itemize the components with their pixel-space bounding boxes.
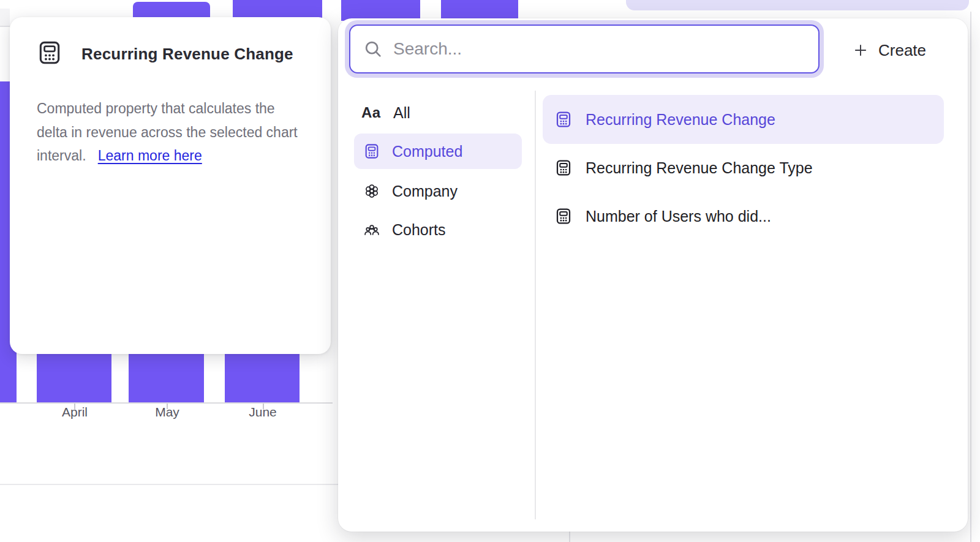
filter-label: Company bbox=[392, 183, 458, 200]
cohorts-people-icon bbox=[363, 221, 381, 238]
x-axis-label-april: April bbox=[62, 405, 88, 420]
chart-card-top-band bbox=[0, 9, 10, 26]
calculator-icon bbox=[554, 110, 573, 129]
clipped-property-chip[interactable] bbox=[626, 0, 969, 10]
result-item-recurring-revenue-change-type[interactable]: Recurring Revenue Change Type bbox=[543, 143, 944, 192]
calculator-icon bbox=[363, 143, 381, 160]
property-tooltip-card: Recurring Revenue Change Computed proper… bbox=[10, 17, 331, 354]
company-cluster-icon bbox=[363, 183, 381, 200]
result-label: Recurring Revenue Change bbox=[586, 111, 775, 129]
search-focus-ring bbox=[345, 20, 824, 78]
search-field bbox=[349, 24, 820, 73]
calculator-icon bbox=[554, 159, 573, 177]
filter-item-all[interactable]: Aa All bbox=[354, 95, 522, 130]
calculator-icon bbox=[36, 39, 63, 66]
modal-column-divider bbox=[535, 91, 536, 519]
filter-label: All bbox=[393, 104, 410, 122]
tooltip-description: Computed property that calculates the de… bbox=[37, 97, 306, 168]
property-picker-modal: Create Aa All Computed bbox=[338, 18, 968, 532]
right-panel-divider bbox=[970, 12, 971, 542]
filter-item-company[interactable]: Company bbox=[354, 173, 522, 209]
chart-card-top-edge bbox=[0, 26, 10, 27]
create-button-label: Create bbox=[878, 41, 926, 60]
description-line: delta in revenue across the selected cha… bbox=[37, 121, 306, 145]
x-axis-label-june: June bbox=[249, 405, 277, 420]
calculator-icon bbox=[554, 207, 573, 225]
create-button[interactable]: Create bbox=[853, 37, 926, 64]
text-format-icon: Aa bbox=[361, 104, 382, 121]
result-label: Recurring Revenue Change Type bbox=[586, 159, 813, 177]
result-item-number-of-users[interactable]: Number of Users who did... bbox=[543, 192, 944, 241]
filter-label: Cohorts bbox=[392, 221, 446, 239]
x-axis-label-may: May bbox=[155, 405, 179, 420]
search-input[interactable] bbox=[393, 39, 806, 59]
tooltip-title: Recurring Revenue Change bbox=[81, 45, 293, 64]
filter-label: Computed bbox=[392, 143, 462, 160]
bar bbox=[341, 0, 420, 21]
search-icon bbox=[363, 39, 383, 59]
filter-item-cohorts[interactable]: Cohorts bbox=[354, 212, 522, 247]
result-item-recurring-revenue-change[interactable]: Recurring Revenue Change bbox=[543, 95, 944, 144]
bar bbox=[441, 0, 518, 21]
plus-icon bbox=[853, 42, 869, 58]
description-line: Computed property that calculates the bbox=[37, 97, 306, 121]
learn-more-link[interactable]: Learn more here bbox=[98, 148, 202, 164]
result-label: Number of Users who did... bbox=[586, 208, 771, 225]
description-line: interval. bbox=[37, 148, 86, 164]
filter-item-computed[interactable]: Computed bbox=[354, 134, 522, 169]
